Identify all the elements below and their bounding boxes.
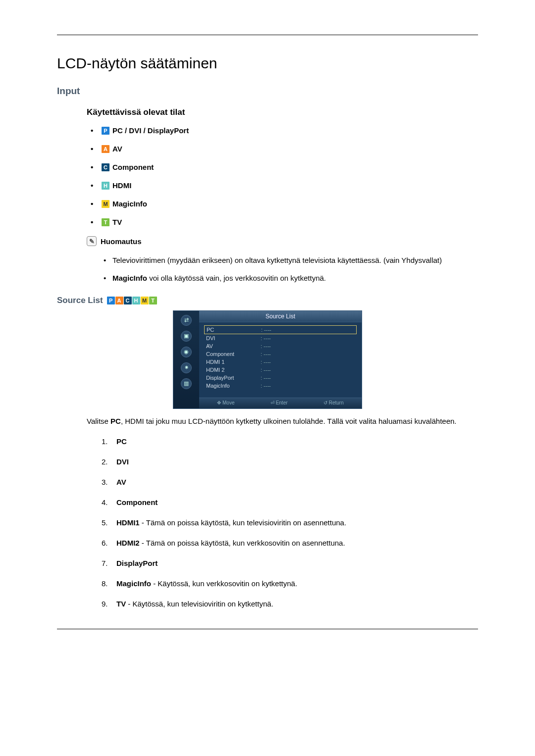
osd-icon-input: ⇄ xyxy=(181,315,192,326)
li-bold: PC xyxy=(116,437,127,446)
list-item: HDMI1 - Tämä on poissa käytöstä, kun tel… xyxy=(102,517,478,528)
section-input: Input xyxy=(57,86,478,97)
list-item: TV - Käytössä, kun televisioviritin on k… xyxy=(102,599,478,609)
osd-list: PC : ---- DVI : ---- AV : ---- Component… xyxy=(199,322,362,398)
osd-row-val: : ---- xyxy=(261,359,271,365)
badge-a-icon: A xyxy=(102,145,109,153)
osd-footer-enter: ⏎ Enter xyxy=(270,400,288,405)
osd-row: HDMI 2 : ---- xyxy=(204,366,357,374)
modes-list: P PC / DVI / DisplayPort A AV C Componen… xyxy=(87,126,478,226)
list-item: HDMI2 - Tämä on poissa käytöstä, kun ver… xyxy=(102,538,478,548)
li-bold: DVI xyxy=(116,457,129,466)
osd-footer-move: ✥ Move xyxy=(217,400,234,405)
osd-row-label: HDMI 2 xyxy=(206,367,261,373)
li-bold: HDMI1 xyxy=(116,518,140,527)
badge-p-icon: P xyxy=(107,297,115,304)
osd-row-label: Component xyxy=(206,351,261,357)
li-rest: - Käytössä, kun verkkosovitin on kytkett… xyxy=(151,579,297,588)
osd-row: DisplayPort : ---- xyxy=(204,374,357,382)
osd-row-label: AV xyxy=(206,343,261,349)
osd-row-label: MagicInfo xyxy=(206,383,261,389)
badge-c-icon: C xyxy=(124,297,132,304)
mode-hdmi: H HDMI xyxy=(87,181,478,190)
mode-label: HDMI xyxy=(112,181,131,190)
mode-label: TV xyxy=(112,218,122,226)
li-rest: - Käytössä, kun televisioviritin on kytk… xyxy=(126,600,273,608)
badges-row: P A C H M T xyxy=(107,297,157,304)
note-icon: ✎ xyxy=(87,236,97,246)
mode-component: C Component xyxy=(87,163,478,171)
osd-row-val: : ---- xyxy=(261,375,271,381)
source-ordered-list: PC DVI AV Component HDMI1 - Tämä on pois… xyxy=(102,436,478,609)
badge-h-icon: H xyxy=(132,297,140,304)
osd-footer-return-label: Return xyxy=(329,400,344,405)
desc-post: , HDMI tai joku muu LCD-näyttöön kytkett… xyxy=(121,417,457,425)
mode-label: MagicInfo xyxy=(112,200,147,208)
note-list: Televiovirittimen (myydään erikseen) on … xyxy=(102,255,478,284)
li-bold: AV xyxy=(116,478,126,486)
desc-pre: Valitse xyxy=(87,417,110,425)
badge-m-icon: M xyxy=(102,200,109,208)
source-list-heading: Source List P A C H M T xyxy=(57,296,478,305)
osd-row: AV : ---- xyxy=(204,342,357,350)
note-bold: MagicInfo xyxy=(112,274,147,282)
badge-t-icon: T xyxy=(102,218,109,226)
source-desc: Valitse PC, HDMI tai joku muu LCD-näyttö… xyxy=(87,416,478,427)
desc-bold: PC xyxy=(110,417,121,425)
osd-footer-enter-label: Enter xyxy=(276,400,288,405)
badge-m-icon: M xyxy=(141,297,149,304)
li-rest: - Tämä on poissa käytöstä, kun televisio… xyxy=(140,518,346,527)
note-heading: ✎ Huomautus xyxy=(87,236,478,246)
badge-t-icon: T xyxy=(149,297,157,304)
li-rest: - Tämä on poissa käytöstä, kun verkkosov… xyxy=(140,539,345,547)
note-item: MagicInfo voi olla käytössä vain, jos ve… xyxy=(102,273,478,284)
li-bold: TV xyxy=(116,600,126,608)
source-list-label: Source List xyxy=(57,296,103,305)
osd-row-val: : ---- xyxy=(261,383,271,389)
li-bold: HDMI2 xyxy=(116,539,140,547)
list-item: AV xyxy=(102,477,478,487)
note-rest: voi olla käytössä vain, jos verkkosoviti… xyxy=(147,274,326,282)
li-bold: Component xyxy=(116,498,158,506)
osd-row: MagicInfo : ---- xyxy=(204,382,357,390)
osd-icon-sound: ◉ xyxy=(181,347,192,357)
badge-p-icon: P xyxy=(102,127,109,135)
mode-av: A AV xyxy=(87,145,478,153)
osd-row-val: : ---- xyxy=(261,335,271,341)
osd-row-val: : ---- xyxy=(261,367,271,373)
note-label: Huomautus xyxy=(101,237,142,246)
osd-row: HDMI 1 : ---- xyxy=(204,358,357,366)
badge-a-icon: A xyxy=(115,297,123,304)
rule-bottom xyxy=(57,629,478,629)
osd-icon-setup: ✷ xyxy=(181,362,192,373)
osd-row-label: PC xyxy=(207,327,261,333)
list-item: DisplayPort xyxy=(102,558,478,568)
osd-panel: ⇄ ▣ ◉ ✷ ▥ Source List PC : ---- DVI : --… xyxy=(173,310,362,409)
osd-row-label: DisplayPort xyxy=(206,375,261,381)
rule-top xyxy=(57,35,478,35)
modes-heading: Käytettävissä olevat tilat xyxy=(87,107,478,117)
osd-row-val: : ---- xyxy=(261,343,271,349)
mode-label: AV xyxy=(112,145,122,153)
osd-row: PC : ---- xyxy=(204,325,357,334)
list-item: Component xyxy=(102,497,478,507)
mode-tv: T TV xyxy=(87,218,478,226)
mode-label: PC / DVI / DisplayPort xyxy=(112,126,189,135)
list-item: PC xyxy=(102,436,478,447)
osd-row-label: HDMI 1 xyxy=(206,359,261,365)
osd-row: DVI : ---- xyxy=(204,334,357,342)
osd-row-val: : ---- xyxy=(261,351,271,357)
mode-magicinfo: M MagicInfo xyxy=(87,200,478,208)
li-bold: MagicInfo xyxy=(116,579,151,588)
badge-h-icon: H xyxy=(102,182,109,190)
list-item: DVI xyxy=(102,456,478,467)
mode-pc: P PC / DVI / DisplayPort xyxy=(87,126,478,135)
list-item: MagicInfo - Käytössä, kun verkkosovitin … xyxy=(102,578,478,589)
osd-footer: ✥ Move ⏎ Enter ↺ Return xyxy=(199,398,362,408)
osd-footer-return: ↺ Return xyxy=(323,400,344,405)
osd-title: Source List xyxy=(199,311,362,322)
osd-icon-picture: ▣ xyxy=(181,331,192,342)
osd-row-label: DVI xyxy=(206,335,261,341)
osd-row-val: : ---- xyxy=(261,327,271,333)
mode-label: Component xyxy=(112,163,154,171)
